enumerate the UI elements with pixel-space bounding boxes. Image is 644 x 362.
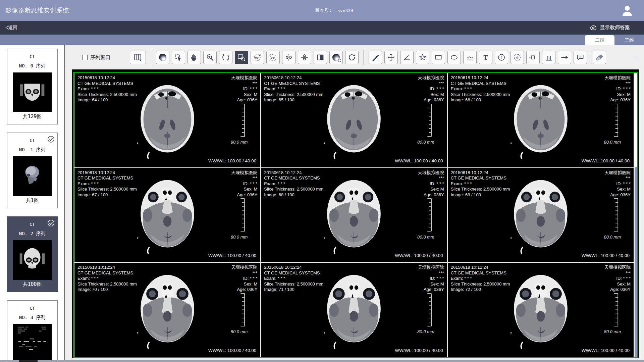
ct-slice-image[interactable] <box>503 172 578 254</box>
window-level-label: WW/WL: 100.00 / 40.00 <box>208 158 256 163</box>
user-avatar-icon[interactable] <box>621 4 634 17</box>
viewport-cell-0[interactable]: 20150618 10:12:24CT GE MEDICAL SYSTEMSEx… <box>74 73 260 167</box>
back-button[interactable]: <返回 <box>5 25 17 31</box>
series-thumbnail[interactable] <box>13 72 52 112</box>
tool-measure-angle-button[interactable] <box>400 51 414 64</box>
overlay-right: 天堰模拟医院***ID: * * *Sex: MAge: 036Y <box>418 170 444 198</box>
viewport-cell-8[interactable]: 20150618 10:12:24CT GE MEDICAL SYSTEMSEx… <box>448 263 634 357</box>
show-teacher-answer-button[interactable]: 显示教师答案 <box>590 24 630 32</box>
overlay-datetime: 20150618 10:12:24 <box>451 170 510 176</box>
overlay-device: CT GE MEDICAL SYSTEMS <box>451 81 510 87</box>
ct-slice-image[interactable] <box>503 77 578 159</box>
viewport-cell-5[interactable]: 20150618 10:12:24CT GE MEDICAL SYSTEMSEx… <box>448 168 634 262</box>
viewport-cell-4[interactable]: 20150618 10:12:24CT GE MEDICAL SYSTEMSEx… <box>261 168 447 262</box>
ct-slice-image[interactable] <box>316 172 392 254</box>
tool-rotate-90-left-button[interactable]: 90° <box>251 51 264 64</box>
tool-histogram-button[interactable] <box>542 51 555 64</box>
overlay-device: CT GE MEDICAL SYSTEMS <box>451 175 510 181</box>
overlay-left: 20150618 10:12:24CT GE MEDICAL SYSTEMSEx… <box>77 265 137 293</box>
viewport-cell-1[interactable]: 20150618 10:12:24CT GE MEDICAL SYSTEMSEx… <box>261 73 447 167</box>
scale-ruler <box>424 198 432 232</box>
tool-annotate-comment-button[interactable] <box>574 51 587 64</box>
overlay-stars: *** <box>231 270 257 276</box>
ct-slice-image[interactable] <box>129 77 205 159</box>
series-card-1[interactable]: CTNO. 1 序列共1图 <box>7 133 58 208</box>
series-card-2[interactable]: CTNO. 2 序列共100图 <box>7 216 58 292</box>
tab-3d[interactable]: 三维 <box>614 35 644 45</box>
tool-pan-button[interactable] <box>187 51 201 64</box>
series-window-checkbox[interactable] <box>82 55 88 60</box>
tool-window-shading-button[interactable] <box>156 51 169 64</box>
tool-measure-line-button[interactable] <box>369 51 382 64</box>
series-label: NO. 0 序列 <box>7 63 57 69</box>
overlay-patient-id: ID: * * * <box>231 276 257 281</box>
overlay-sex: Sex: M <box>231 92 257 98</box>
tool-layout-button[interactable] <box>130 51 146 64</box>
ct-slice-image[interactable] <box>129 172 205 254</box>
overlay-slice-thickness: Slice Thickness: 2.500000 mm <box>451 281 510 287</box>
overlay-device: CT GE MEDICAL SYSTEMS <box>77 175 137 181</box>
ct-slice-image[interactable] <box>503 267 578 349</box>
tab-strip: 二维 三维 <box>0 35 644 45</box>
scale-ruler-icon <box>424 293 432 327</box>
tool-draw-curve-button[interactable] <box>463 51 477 64</box>
overlay-exam: Exam: * * * <box>77 181 137 187</box>
tool-draw-rectangle-button[interactable] <box>432 51 445 64</box>
page-horizontal-scrollbar-thumb[interactable] <box>19 360 38 362</box>
flip-horizontal-icon <box>284 53 293 62</box>
overlay-right: 天堰模拟医院***ID: * * *Sex: MAge: 036Y <box>418 75 444 103</box>
tool-select-button[interactable] <box>172 51 185 64</box>
overlay-slice-thickness: Slice Thickness: 2.500000 mm <box>77 187 137 192</box>
series-thumbnail[interactable] <box>13 156 52 196</box>
tool-eraser-button[interactable] <box>593 51 606 64</box>
ct-slice-image[interactable] <box>316 267 392 349</box>
tool-rotate-button[interactable] <box>219 51 232 64</box>
main-mark-icon: 主 <box>497 53 506 62</box>
overlay-slice-thickness: Slice Thickness: 2.500000 mm <box>77 92 137 98</box>
scale-ruler <box>424 103 432 137</box>
series-card-3[interactable]: CTNO. 3 序列共1图 <box>7 300 58 360</box>
tool-main-mark-button[interactable]: 主 <box>495 51 508 64</box>
overlay-image-number: Image: 70 / 100 <box>77 287 137 293</box>
series-window-checkbox-group[interactable]: 序列窗口 <box>82 54 110 61</box>
version-value: svn334 <box>337 8 353 13</box>
series-card-0[interactable]: CTNO. 0 序列共129图 <box>7 49 58 124</box>
viewport-cell-7[interactable]: 20150618 10:12:24CT GE MEDICAL SYSTEMSEx… <box>261 263 447 357</box>
tool-secondary-mark-button[interactable]: 次 <box>511 51 524 64</box>
overlay-datetime: 20150618 10:12:24 <box>264 265 323 270</box>
series-thumbnail[interactable] <box>13 324 52 360</box>
tab-2d[interactable]: 二维 <box>585 35 614 45</box>
tool-annotate-arrow-button[interactable] <box>558 51 571 64</box>
overlay-right: 天堰模拟医院***ID: * * *Sex: MAge: 036Y <box>231 265 257 293</box>
collapse-toolbar-icon[interactable] <box>632 53 641 62</box>
tool-localize-button[interactable] <box>526 51 540 64</box>
tool-invert-button[interactable] <box>314 51 327 64</box>
tool-annotate-text-button[interactable]: T <box>479 51 492 64</box>
viewport-cell-3[interactable]: 20150618 10:12:24CT GE MEDICAL SYSTEMSEx… <box>74 168 260 262</box>
tool-flip-vertical-button[interactable] <box>298 51 311 64</box>
series-thumbnail[interactable] <box>13 240 52 280</box>
tool-draw-polygon-button[interactable] <box>416 51 429 64</box>
box-zoom-icon <box>237 53 246 62</box>
page-horizontal-scrollbar[interactable] <box>0 360 644 362</box>
viewport-cell-2[interactable]: 20150618 10:12:24CT GE MEDICAL SYSTEMSEx… <box>448 73 634 167</box>
tool-rotate-90-right-button[interactable]: 90° <box>266 51 280 64</box>
tool-draw-ellipse-button[interactable] <box>447 51 461 64</box>
image-scrollbar[interactable] <box>634 73 637 357</box>
tool-window-level-button[interactable] <box>329 51 343 64</box>
scale-ruler <box>237 103 246 137</box>
scale-ruler-icon <box>611 103 619 137</box>
image-scrollbar-thumb[interactable] <box>635 167 637 357</box>
tool-measure-cross-button[interactable] <box>384 51 398 64</box>
ct-slice-image[interactable] <box>129 267 205 349</box>
overlay-image-number: Image: 64 / 100 <box>77 97 137 103</box>
tool-box-zoom-button[interactable] <box>235 51 248 64</box>
tool-reset-button[interactable] <box>345 51 359 64</box>
tool-zoom-button[interactable] <box>203 51 217 64</box>
viewport-cell-6[interactable]: 20150618 10:12:24CT GE MEDICAL SYSTEMSEx… <box>74 263 260 357</box>
scale-label: 80.0 mm <box>417 140 434 145</box>
overlay-age: Age: 036Y <box>604 287 631 293</box>
tool-flip-horizontal-button[interactable] <box>282 51 296 64</box>
ct-slice-image[interactable] <box>316 77 392 159</box>
overlay-hospital: 天堰模拟医院 <box>231 265 257 270</box>
